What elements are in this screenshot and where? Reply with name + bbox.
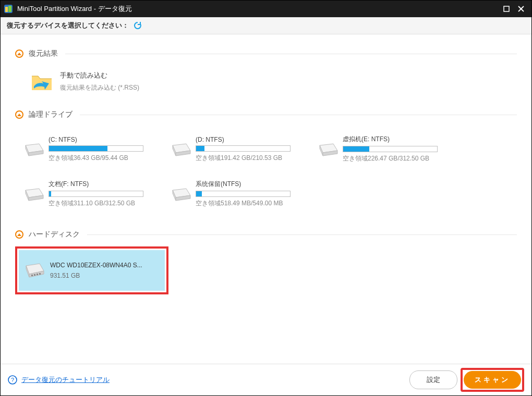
harddisk-row: WDC WD10EZEX-08WN4A0 S... 931.51 GB bbox=[15, 246, 517, 300]
svg-rect-8 bbox=[37, 274, 38, 275]
scan-button-label: スキャン bbox=[475, 375, 510, 385]
divider bbox=[87, 234, 517, 235]
svg-rect-2 bbox=[8, 6, 11, 12]
content-area: 復元結果 手動で読み込む 復元結果を読み込む (*.RSS) 論理ドライブ (C… bbox=[1, 34, 531, 364]
load-recovery-result[interactable]: 手動で読み込む 復元結果を読み込む (*.RSS) bbox=[31, 71, 517, 92]
footer: ? データ復元のチュートリアル 設定 スキャン bbox=[1, 364, 531, 395]
window-title: MiniTool Partition Wizard - データ復元 bbox=[17, 4, 499, 14]
drive-info: 文档(F: NTFS)空き領域311.10 GB/312.50 GB bbox=[49, 180, 164, 208]
scan-button[interactable]: スキャン bbox=[464, 371, 521, 389]
section-logical-header[interactable]: 論理ドライブ bbox=[15, 110, 517, 119]
section-harddisk-header[interactable]: ハードディスク bbox=[15, 230, 517, 239]
drive-name: (C: NTFS) bbox=[49, 136, 164, 143]
titlebar: MiniTool Partition Wizard - データ復元 bbox=[1, 1, 531, 17]
drive-usage-bar bbox=[196, 191, 291, 197]
section-logical-title: 論理ドライブ bbox=[29, 110, 72, 119]
drive-free-text: 空き領域311.10 GB/312.50 GB bbox=[49, 199, 164, 208]
refresh-icon[interactable] bbox=[133, 21, 142, 30]
harddisk-highlight: WDC WD10EZEX-08WN4A0 S... 931.51 GB bbox=[15, 246, 168, 294]
svg-text:?: ? bbox=[11, 377, 14, 383]
drive-name: (D: NTFS) bbox=[196, 136, 311, 143]
drive-info: (C: NTFS)空き領域36.43 GB/95.44 GB bbox=[49, 136, 164, 163]
chevron-up-icon bbox=[15, 230, 23, 239]
close-icon[interactable] bbox=[514, 2, 528, 16]
drive-free-text: 空き領域226.47 GB/312.50 GB bbox=[343, 154, 458, 163]
drive-name: 系统保留(NTFS) bbox=[196, 180, 311, 189]
logical-drives-grid: (C: NTFS)空き領域36.43 GB/95.44 GB(D: NTFS)空… bbox=[20, 127, 517, 216]
help-icon[interactable]: ? bbox=[8, 375, 17, 385]
harddisk-size: 931.51 GB bbox=[50, 272, 144, 279]
drive-name: 文档(F: NTFS) bbox=[49, 180, 164, 189]
drive-icon bbox=[23, 188, 44, 203]
drive-icon bbox=[23, 143, 44, 158]
svg-rect-9 bbox=[39, 273, 41, 275]
settings-button[interactable]: 設定 bbox=[409, 370, 457, 389]
drive-info: 虚拟机(E: NTFS)空き領域226.47 GB/312.50 GB bbox=[343, 135, 458, 163]
divider bbox=[65, 54, 517, 54]
drive-info: (D: NTFS)空き領域191.42 GB/210.53 GB bbox=[196, 136, 311, 163]
chevron-up-icon bbox=[15, 49, 23, 58]
instruction-bar: 復元するデバイスを選択してください： bbox=[1, 17, 531, 34]
drive-info: 系统保留(NTFS)空き領域518.49 MB/549.00 MB bbox=[196, 180, 311, 208]
chevron-up-icon bbox=[15, 110, 23, 119]
section-recovery-header[interactable]: 復元結果 bbox=[15, 49, 517, 58]
logical-drive-card[interactable]: (D: NTFS)空き領域191.42 GB/210.53 GB bbox=[171, 135, 311, 163]
tutorial-link[interactable]: データ復元のチュートリアル bbox=[21, 375, 110, 385]
svg-rect-1 bbox=[5, 7, 8, 12]
drive-usage-bar bbox=[196, 145, 291, 152]
instruction-text: 復元するデバイスを選択してください： bbox=[7, 21, 129, 30]
drive-free-text: 空き領域191.42 GB/210.53 GB bbox=[196, 154, 311, 163]
drive-free-text: 空き領域36.43 GB/95.44 GB bbox=[49, 154, 164, 163]
drive-free-text: 空き領域518.49 MB/549.00 MB bbox=[196, 199, 311, 208]
drive-icon bbox=[171, 188, 191, 203]
logical-drive-card[interactable]: 文档(F: NTFS)空き領域311.10 GB/312.50 GB bbox=[23, 180, 164, 208]
svg-rect-7 bbox=[34, 274, 35, 276]
app-icon bbox=[4, 4, 13, 14]
logical-drive-card[interactable]: 虚拟机(E: NTFS)空き領域226.47 GB/312.50 GB bbox=[318, 135, 458, 163]
logical-drive-card[interactable]: (C: NTFS)空き領域36.43 GB/95.44 GB bbox=[23, 135, 164, 163]
folder-import-icon bbox=[31, 71, 53, 92]
drive-icon bbox=[318, 143, 338, 158]
settings-button-label: 設定 bbox=[427, 375, 440, 385]
svg-rect-6 bbox=[31, 275, 33, 276]
maximize-icon[interactable] bbox=[499, 2, 514, 16]
drive-name: 虚拟机(E: NTFS) bbox=[343, 135, 458, 144]
drive-icon bbox=[171, 143, 191, 158]
load-recovery-texts: 手動で読み込む 復元結果を読み込む (*.RSS) bbox=[60, 71, 139, 92]
hard-disk-icon bbox=[24, 263, 45, 278]
logical-drive-card[interactable]: 系统保留(NTFS)空き領域518.49 MB/549.00 MB bbox=[171, 180, 311, 208]
drive-usage-bar bbox=[49, 191, 143, 197]
harddisk-info: WDC WD10EZEX-08WN4A0 S... 931.51 GB bbox=[50, 262, 144, 279]
load-recovery-subtitle: 復元結果を読み込む (*.RSS) bbox=[60, 83, 139, 92]
harddisk-card[interactable]: WDC WD10EZEX-08WN4A0 S... 931.51 GB bbox=[19, 250, 165, 291]
section-harddisk-title: ハードディスク bbox=[29, 230, 80, 239]
section-recovery-title: 復元結果 bbox=[29, 49, 58, 58]
harddisk-name: WDC WD10EZEX-08WN4A0 S... bbox=[50, 262, 144, 269]
app-window: MiniTool Partition Wizard - データ復元 復元するデバ… bbox=[0, 0, 532, 396]
svg-rect-3 bbox=[504, 6, 509, 11]
drive-usage-bar bbox=[49, 145, 143, 152]
divider bbox=[80, 115, 517, 115]
scan-button-highlight: スキャン bbox=[461, 368, 524, 392]
drive-usage-bar bbox=[343, 146, 438, 152]
load-recovery-title: 手動で読み込む bbox=[60, 71, 139, 80]
